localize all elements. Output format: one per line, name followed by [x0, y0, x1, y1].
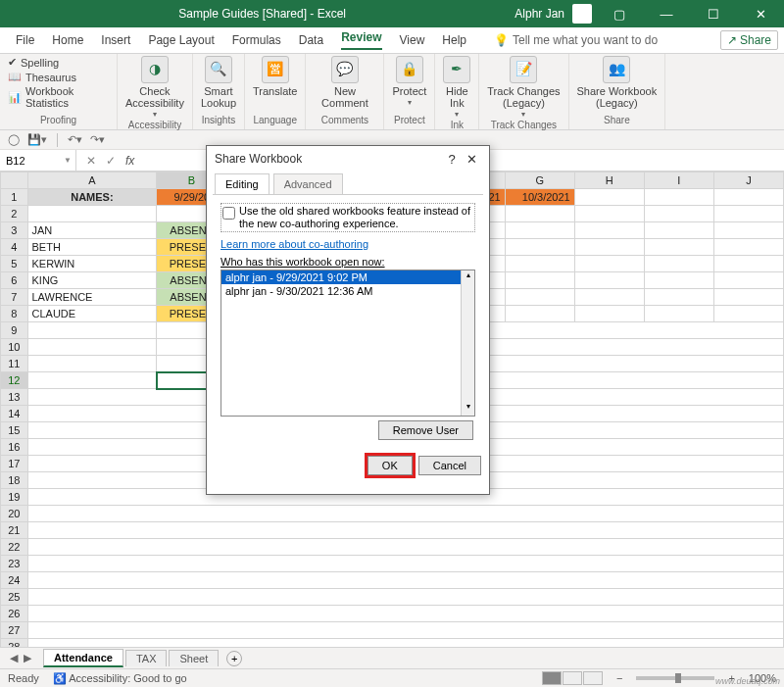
row-header[interactable]: 9	[1, 322, 28, 339]
tab-view[interactable]: View	[400, 33, 425, 47]
cancel-button[interactable]: Cancel	[418, 456, 481, 475]
enter-formula-icon[interactable]: ✓	[106, 154, 116, 168]
chevron-down-icon[interactable]: ▼	[64, 156, 75, 165]
page-layout-view-icon[interactable]	[563, 671, 582, 685]
minimize-icon[interactable]: —	[647, 0, 686, 27]
ok-button[interactable]: OK	[368, 456, 413, 475]
cell[interactable]	[574, 239, 644, 256]
share-button[interactable]: ↗Share	[720, 30, 778, 50]
cell[interactable]: LAWRENCE	[27, 289, 157, 306]
undo-icon[interactable]: ↶▾	[68, 133, 82, 146]
row-header[interactable]: 11	[1, 356, 28, 372]
cell[interactable]	[27, 556, 784, 572]
cell[interactable]	[574, 206, 644, 222]
row-header[interactable]: 25	[1, 589, 28, 606]
dialog-tab-advanced[interactable]: Advanced	[273, 173, 343, 194]
cell[interactable]	[713, 239, 783, 256]
row-header[interactable]: 27	[1, 622, 28, 639]
row-header[interactable]: 18	[1, 472, 28, 489]
cell[interactable]	[574, 306, 644, 322]
cell[interactable]	[505, 206, 574, 222]
sheet-tab-sheet[interactable]: Sheet	[169, 650, 219, 666]
sheet-tab-attendance[interactable]: Attendance	[43, 649, 123, 667]
cell[interactable]	[27, 606, 784, 622]
autosave-icon[interactable]: ◯	[8, 133, 20, 146]
row-header[interactable]: 15	[1, 422, 28, 439]
cell[interactable]: CLAUDE	[27, 306, 157, 322]
legacy-share-checkbox[interactable]	[222, 207, 235, 220]
cell[interactable]	[574, 256, 644, 272]
coauthoring-link[interactable]: Learn more about co-authoring	[220, 238, 475, 250]
check-accessibility-button[interactable]: ◑Check Accessibility▾	[125, 56, 184, 120]
cell[interactable]	[713, 206, 783, 222]
dialog-help-icon[interactable]: ?	[442, 152, 462, 167]
cell[interactable]: KERWIN	[27, 256, 157, 272]
workbook-stats-button[interactable]: 📊Workbook Statistics	[8, 85, 109, 109]
cell[interactable]	[27, 622, 784, 639]
tab-help[interactable]: Help	[442, 33, 466, 47]
save-icon[interactable]: 💾▾	[27, 133, 47, 146]
new-comment-button[interactable]: 💬New Comment	[321, 56, 368, 109]
list-item[interactable]: alphr jan - 9/29/2021 9:02 PM	[221, 270, 474, 284]
row-header[interactable]: 8	[1, 306, 28, 322]
cell[interactable]	[505, 272, 574, 289]
dialog-tab-editing[interactable]: Editing	[215, 173, 270, 194]
row-header[interactable]: 16	[1, 439, 28, 456]
share-workbook-button[interactable]: 👥Share Workbook (Legacy)	[577, 56, 658, 109]
close-icon[interactable]: ✕	[741, 0, 780, 27]
dialog-close-icon[interactable]: ✕	[462, 152, 481, 167]
row-header[interactable]: 19	[1, 489, 28, 506]
row-header[interactable]: 4	[1, 239, 28, 256]
smart-lookup-button[interactable]: 🔍Smart Lookup	[201, 56, 236, 109]
sheet-nav-next-icon[interactable]: ▶	[24, 652, 31, 664]
cell[interactable]	[27, 372, 157, 389]
cell[interactable]	[644, 306, 713, 322]
row-header[interactable]: 12	[1, 372, 28, 389]
cell[interactable]: KING	[27, 272, 157, 289]
cell[interactable]	[505, 306, 574, 322]
cell[interactable]	[27, 206, 157, 222]
cell[interactable]	[27, 589, 784, 606]
name-box[interactable]: B12▼	[0, 150, 76, 171]
zoom-slider[interactable]	[636, 676, 714, 680]
cell[interactable]: 10/3/2021	[505, 189, 574, 206]
normal-view-icon[interactable]	[542, 671, 562, 685]
cancel-formula-icon[interactable]: ✕	[86, 154, 96, 168]
spelling-button[interactable]: ✔Spelling	[8, 56, 59, 69]
cell[interactable]	[505, 239, 574, 256]
col-header[interactable]: I	[644, 172, 713, 189]
cell[interactable]	[713, 289, 783, 306]
row-header[interactable]: 2	[1, 206, 28, 222]
cell[interactable]	[713, 189, 783, 206]
select-all-corner[interactable]	[1, 172, 28, 189]
cell[interactable]	[644, 256, 713, 272]
sheet-tab-tax[interactable]: TAX	[125, 650, 168, 666]
tab-home[interactable]: Home	[52, 33, 83, 47]
col-header[interactable]: A	[27, 172, 157, 189]
col-header[interactable]: G	[505, 172, 574, 189]
cell[interactable]: BETH	[27, 239, 157, 256]
accessibility-status[interactable]: ♿ Accessibility: Good to go	[53, 672, 187, 685]
cell[interactable]	[644, 239, 713, 256]
cell[interactable]	[27, 522, 784, 539]
cell[interactable]	[27, 339, 157, 356]
cell[interactable]	[644, 289, 713, 306]
row-header[interactable]: 6	[1, 272, 28, 289]
row-header[interactable]: 10	[1, 339, 28, 356]
redo-icon[interactable]: ↷▾	[90, 133, 105, 146]
sheet-nav-prev-icon[interactable]: ◀	[10, 652, 18, 664]
tab-page-layout[interactable]: Page Layout	[148, 33, 214, 47]
row-header[interactable]: 21	[1, 522, 28, 539]
ribbon-options-icon[interactable]: ▢	[600, 0, 639, 27]
thesaurus-button[interactable]: 📖Thesaurus	[8, 71, 76, 83]
maximize-icon[interactable]: ☐	[694, 0, 733, 27]
cell[interactable]	[644, 206, 713, 222]
row-header[interactable]: 23	[1, 556, 28, 572]
row-header[interactable]: 20	[1, 506, 28, 522]
row-header[interactable]: 14	[1, 406, 28, 422]
cell[interactable]	[27, 356, 157, 372]
tab-insert[interactable]: Insert	[101, 33, 130, 47]
tab-data[interactable]: Data	[299, 33, 323, 47]
cell[interactable]	[574, 272, 644, 289]
protect-button[interactable]: 🔒Protect▾	[392, 56, 426, 108]
